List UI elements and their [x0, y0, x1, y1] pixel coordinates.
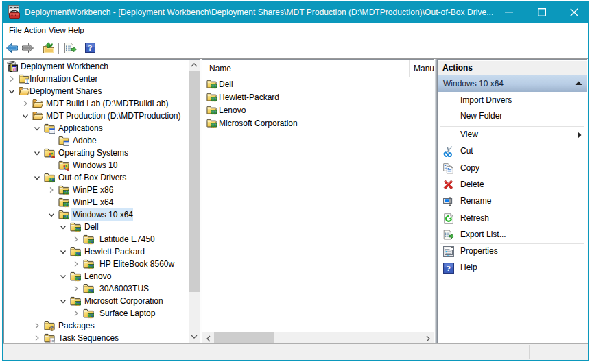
- svg-text:?: ?: [88, 43, 93, 53]
- svg-text:?: ?: [447, 264, 451, 274]
